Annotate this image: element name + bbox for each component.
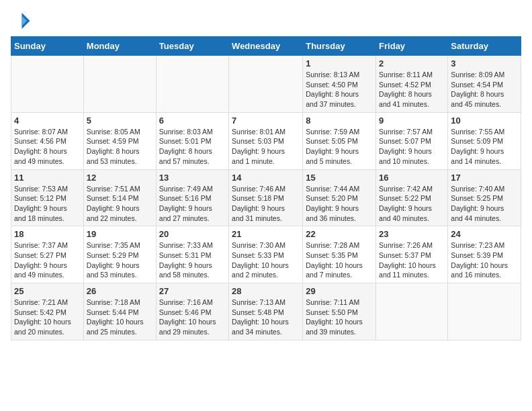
- day-number: 24: [451, 229, 518, 239]
- calendar-cell: 21Sunrise: 7:30 AM Sunset: 5:33 PM Dayli…: [229, 226, 303, 283]
- day-info: Sunrise: 7:28 AM Sunset: 5:35 PM Dayligh…: [306, 240, 373, 280]
- day-info: Sunrise: 7:55 AM Sunset: 5:09 PM Dayligh…: [451, 127, 518, 167]
- day-number: 7: [232, 116, 300, 126]
- calendar-cell: 14Sunrise: 7:46 AM Sunset: 5:18 PM Dayli…: [229, 169, 303, 226]
- calendar-cell: 18Sunrise: 7:37 AM Sunset: 5:27 PM Dayli…: [11, 226, 84, 283]
- day-number: 4: [14, 116, 81, 126]
- header-day-friday: Friday: [376, 37, 448, 56]
- calendar-cell: 19Sunrise: 7:35 AM Sunset: 5:29 PM Dayli…: [83, 226, 156, 283]
- calendar-cell: 5Sunrise: 8:05 AM Sunset: 4:59 PM Daylig…: [83, 112, 156, 169]
- day-number: 22: [306, 229, 373, 239]
- day-number: 21: [232, 229, 300, 239]
- day-number: 14: [232, 173, 300, 183]
- day-number: 9: [379, 116, 445, 126]
- calendar-week-row: 18Sunrise: 7:37 AM Sunset: 5:27 PM Dayli…: [11, 226, 521, 283]
- calendar-cell: 7Sunrise: 8:01 AM Sunset: 5:03 PM Daylig…: [229, 112, 303, 169]
- calendar-cell: 15Sunrise: 7:44 AM Sunset: 5:20 PM Dayli…: [303, 169, 376, 226]
- day-info: Sunrise: 7:11 AM Sunset: 5:50 PM Dayligh…: [306, 298, 373, 337]
- day-info: Sunrise: 7:16 AM Sunset: 5:46 PM Dayligh…: [159, 298, 226, 337]
- day-info: Sunrise: 7:33 AM Sunset: 5:31 PM Dayligh…: [159, 240, 226, 280]
- day-number: 6: [159, 116, 226, 126]
- header-day-tuesday: Tuesday: [156, 37, 228, 56]
- header-day-saturday: Saturday: [448, 37, 521, 56]
- calendar-cell: 25Sunrise: 7:21 AM Sunset: 5:42 PM Dayli…: [11, 283, 84, 340]
- calendar-table: SundayMondayTuesdayWednesdayThursdayFrid…: [11, 36, 521, 340]
- calendar-cell: [156, 56, 228, 113]
- day-info: Sunrise: 7:49 AM Sunset: 5:16 PM Dayligh…: [159, 184, 226, 224]
- calendar-cell: 26Sunrise: 7:18 AM Sunset: 5:44 PM Dayli…: [83, 283, 156, 340]
- calendar-cell: [448, 283, 521, 340]
- day-info: Sunrise: 7:23 AM Sunset: 5:39 PM Dayligh…: [451, 240, 518, 280]
- calendar-cell: 17Sunrise: 7:40 AM Sunset: 5:25 PM Dayli…: [448, 169, 521, 226]
- day-number: 16: [379, 173, 445, 183]
- day-info: Sunrise: 8:11 AM Sunset: 4:52 PM Dayligh…: [379, 70, 445, 109]
- header-day-thursday: Thursday: [303, 37, 376, 56]
- day-info: Sunrise: 8:05 AM Sunset: 4:59 PM Dayligh…: [87, 127, 153, 167]
- calendar-cell: 8Sunrise: 7:59 AM Sunset: 5:05 PM Daylig…: [303, 112, 376, 169]
- page-header: [11, 11, 521, 31]
- calendar-cell: 1Sunrise: 8:13 AM Sunset: 4:50 PM Daylig…: [303, 56, 376, 113]
- calendar-cell: 29Sunrise: 7:11 AM Sunset: 5:50 PM Dayli…: [303, 283, 376, 340]
- day-info: Sunrise: 7:21 AM Sunset: 5:42 PM Dayligh…: [14, 298, 81, 337]
- calendar-cell: [83, 56, 156, 113]
- calendar-cell: 27Sunrise: 7:16 AM Sunset: 5:46 PM Dayli…: [156, 283, 228, 340]
- calendar-cell: 3Sunrise: 8:09 AM Sunset: 4:54 PM Daylig…: [448, 56, 521, 113]
- day-number: 3: [451, 58, 518, 68]
- calendar-cell: 16Sunrise: 7:42 AM Sunset: 5:22 PM Dayli…: [376, 169, 448, 226]
- day-number: 10: [451, 116, 518, 126]
- calendar-cell: 4Sunrise: 8:07 AM Sunset: 4:56 PM Daylig…: [11, 112, 84, 169]
- calendar-week-row: 1Sunrise: 8:13 AM Sunset: 4:50 PM Daylig…: [11, 56, 521, 113]
- calendar-cell: 24Sunrise: 7:23 AM Sunset: 5:39 PM Dayli…: [448, 226, 521, 283]
- day-number: 2: [379, 58, 445, 68]
- calendar-header-row: SundayMondayTuesdayWednesdayThursdayFrid…: [11, 37, 521, 56]
- day-info: Sunrise: 7:37 AM Sunset: 5:27 PM Dayligh…: [14, 240, 81, 280]
- calendar-week-row: 25Sunrise: 7:21 AM Sunset: 5:42 PM Dayli…: [11, 283, 521, 340]
- calendar-cell: 12Sunrise: 7:51 AM Sunset: 5:14 PM Dayli…: [83, 169, 156, 226]
- day-number: 27: [159, 286, 226, 296]
- day-number: 19: [87, 229, 153, 239]
- day-number: 17: [451, 173, 518, 183]
- day-info: Sunrise: 7:59 AM Sunset: 5:05 PM Dayligh…: [306, 127, 373, 167]
- header-day-monday: Monday: [83, 37, 156, 56]
- calendar-cell: 9Sunrise: 7:57 AM Sunset: 5:07 PM Daylig…: [376, 112, 448, 169]
- calendar-cell: 20Sunrise: 7:33 AM Sunset: 5:31 PM Dayli…: [156, 226, 228, 283]
- day-info: Sunrise: 8:13 AM Sunset: 4:50 PM Dayligh…: [306, 70, 373, 109]
- day-info: Sunrise: 7:46 AM Sunset: 5:18 PM Dayligh…: [232, 184, 300, 224]
- day-info: Sunrise: 7:35 AM Sunset: 5:29 PM Dayligh…: [87, 240, 153, 280]
- calendar-cell: 10Sunrise: 7:55 AM Sunset: 5:09 PM Dayli…: [448, 112, 521, 169]
- day-info: Sunrise: 8:01 AM Sunset: 5:03 PM Dayligh…: [232, 127, 300, 167]
- calendar-cell: 28Sunrise: 7:13 AM Sunset: 5:48 PM Dayli…: [229, 283, 303, 340]
- day-number: 25: [14, 286, 81, 296]
- logo-icon: [11, 11, 31, 31]
- calendar-cell: [11, 56, 84, 113]
- calendar-cell: 22Sunrise: 7:28 AM Sunset: 5:35 PM Dayli…: [303, 226, 376, 283]
- calendar-week-row: 11Sunrise: 7:53 AM Sunset: 5:12 PM Dayli…: [11, 169, 521, 226]
- day-info: Sunrise: 7:42 AM Sunset: 5:22 PM Dayligh…: [379, 184, 445, 224]
- day-info: Sunrise: 7:26 AM Sunset: 5:37 PM Dayligh…: [379, 240, 445, 280]
- day-info: Sunrise: 7:13 AM Sunset: 5:48 PM Dayligh…: [232, 298, 300, 337]
- day-number: 26: [87, 286, 153, 296]
- day-info: Sunrise: 7:44 AM Sunset: 5:20 PM Dayligh…: [306, 184, 373, 224]
- day-number: 18: [14, 229, 81, 239]
- day-info: Sunrise: 7:40 AM Sunset: 5:25 PM Dayligh…: [451, 184, 518, 224]
- calendar-cell: [229, 56, 303, 113]
- day-number: 28: [232, 286, 300, 296]
- day-number: 20: [159, 229, 226, 239]
- day-number: 29: [306, 286, 373, 296]
- calendar-cell: 2Sunrise: 8:11 AM Sunset: 4:52 PM Daylig…: [376, 56, 448, 113]
- day-number: 1: [306, 58, 373, 68]
- header-day-sunday: Sunday: [11, 37, 84, 56]
- day-number: 15: [306, 173, 373, 183]
- day-info: Sunrise: 7:30 AM Sunset: 5:33 PM Dayligh…: [232, 240, 300, 280]
- day-number: 23: [379, 229, 445, 239]
- day-info: Sunrise: 7:51 AM Sunset: 5:14 PM Dayligh…: [87, 184, 153, 224]
- header-day-wednesday: Wednesday: [229, 37, 303, 56]
- day-number: 5: [87, 116, 153, 126]
- calendar-cell: 23Sunrise: 7:26 AM Sunset: 5:37 PM Dayli…: [376, 226, 448, 283]
- calendar-cell: 13Sunrise: 7:49 AM Sunset: 5:16 PM Dayli…: [156, 169, 228, 226]
- day-number: 11: [14, 173, 81, 183]
- day-number: 13: [159, 173, 226, 183]
- calendar-week-row: 4Sunrise: 8:07 AM Sunset: 4:56 PM Daylig…: [11, 112, 521, 169]
- day-number: 8: [306, 116, 373, 126]
- day-info: Sunrise: 7:18 AM Sunset: 5:44 PM Dayligh…: [87, 298, 153, 337]
